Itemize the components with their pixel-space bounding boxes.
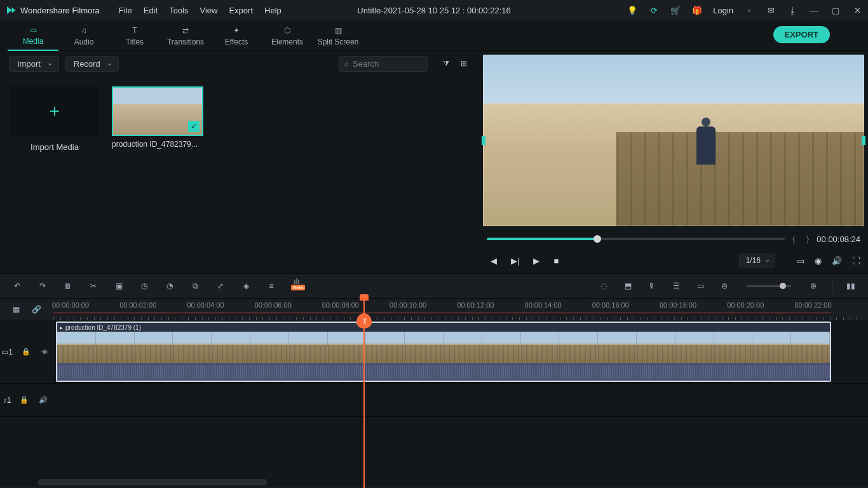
- render-button[interactable]: ◌: [598, 280, 609, 292]
- preview-progress-track[interactable]: [487, 238, 785, 240]
- tab-titles[interactable]: TTitles: [109, 20, 160, 51]
- video-track-row[interactable]: ▭1 🔒 👁 ▸production ID_4782379 (1): [0, 320, 868, 384]
- bracket-right-icon[interactable]: }: [806, 234, 809, 243]
- quality-icon[interactable]: ▭: [797, 256, 804, 266]
- menu-export[interactable]: Export: [229, 6, 253, 15]
- keyframe-button[interactable]: ◈: [240, 280, 252, 292]
- import-media-tile[interactable]: + Import Media: [10, 86, 99, 155]
- close-icon[interactable]: ✕: [851, 4, 863, 16]
- download-icon[interactable]: ⭳: [787, 4, 798, 16]
- ruler-track[interactable]: 00:00:00:0000:00:02:0000:00:04:0000:00:0…: [53, 299, 857, 320]
- speed-button[interactable]: ◷: [139, 280, 150, 292]
- app-name: Wondershare Filmora: [20, 6, 100, 15]
- search-input[interactable]: [353, 59, 410, 69]
- track-manager-icon[interactable]: ▦: [10, 304, 22, 315]
- track-resize-icon[interactable]: ▮▮: [845, 280, 857, 292]
- volume-icon[interactable]: 🔊: [832, 256, 842, 266]
- filter-icon[interactable]: ⧩: [440, 58, 452, 69]
- project-title: Untitle-2021-05-28 10 25 12 : 00:00:22:1…: [357, 6, 510, 15]
- detach-button[interactable]: ▭: [695, 280, 706, 292]
- tool-tabstrip: ▭Media ♫Audio TTitles ⇄Transitions ✦Effe…: [0, 20, 868, 51]
- menu-tools[interactable]: Tools: [169, 6, 188, 15]
- preview-viewport[interactable]: [483, 55, 864, 226]
- menu-bar: File Edit Tools View Export Help: [119, 6, 281, 15]
- timeline-ruler[interactable]: ▦ 🔗 00:00:00:0000:00:02:0000:00:04:0000:…: [0, 299, 868, 320]
- timeline-playhead[interactable]: [363, 294, 365, 488]
- mute-icon[interactable]: 🔊: [37, 395, 49, 406]
- menu-edit[interactable]: Edit: [144, 6, 158, 15]
- bracket-left-icon[interactable]: {: [792, 234, 795, 243]
- export-button[interactable]: EXPORT: [773, 26, 830, 43]
- update-icon[interactable]: ⟳: [648, 4, 660, 16]
- stop-button[interactable]: ■: [553, 256, 559, 266]
- grid-view-icon[interactable]: ⊞: [458, 58, 470, 69]
- maximize-icon[interactable]: ▢: [830, 4, 841, 16]
- prev-frame-button[interactable]: ◀: [491, 256, 497, 266]
- delete-button[interactable]: 🗑: [62, 280, 74, 292]
- voiceover-button[interactable]: 🎙: [646, 280, 658, 292]
- cart-icon[interactable]: 🛒: [670, 4, 681, 16]
- tip-icon[interactable]: 💡: [627, 4, 638, 16]
- timeline-horizontal-scrollbar[interactable]: [38, 479, 267, 485]
- lock-icon[interactable]: 🔒: [20, 346, 32, 358]
- ruler-baseline: [53, 313, 831, 313]
- import-media-label: Import Media: [31, 142, 79, 152]
- import-dropdown[interactable]: Import: [9, 56, 59, 72]
- save-icon[interactable]: ▫: [743, 4, 755, 16]
- undo-button[interactable]: ↶: [11, 280, 23, 292]
- eye-icon[interactable]: 👁: [39, 346, 51, 358]
- freeze-button[interactable]: ⧉: [189, 280, 201, 292]
- snapshot-icon[interactable]: ◉: [815, 256, 822, 266]
- tab-media[interactable]: ▭Media: [8, 20, 58, 51]
- tab-split-screen[interactable]: ▥Split Screen: [313, 20, 363, 51]
- zoom-out-button[interactable]: ⊖: [719, 280, 730, 292]
- split-button[interactable]: ✂: [88, 280, 99, 292]
- menu-help[interactable]: Help: [264, 6, 281, 15]
- link-tracks-icon[interactable]: 🔗: [31, 304, 42, 315]
- media-search[interactable]: ⌕: [339, 56, 428, 72]
- tab-effects[interactable]: ✦Effects: [211, 20, 262, 51]
- fullscreen-icon[interactable]: ⛶: [852, 256, 860, 266]
- redo-button[interactable]: ↷: [37, 280, 48, 292]
- mail-icon[interactable]: ✉: [765, 4, 776, 16]
- tab-transitions[interactable]: ⇄Transitions: [160, 20, 211, 51]
- menu-view[interactable]: View: [200, 6, 217, 15]
- step-button[interactable]: ▶|: [511, 256, 519, 266]
- playback-speed-dropdown[interactable]: 1/16: [739, 254, 775, 268]
- menu-file[interactable]: File: [119, 6, 132, 15]
- ruler-tick-label: 00:00:22:00: [794, 301, 831, 309]
- preview-transform-handles[interactable]: [483, 55, 864, 226]
- tab-elements[interactable]: ⬡Elements: [262, 20, 313, 51]
- gift-icon[interactable]: 🎁: [691, 4, 703, 16]
- ruler-tick-label: 00:00:20:00: [727, 301, 764, 309]
- beta-badge: Beta: [291, 285, 305, 290]
- playhead-scissors-icon[interactable]: [356, 313, 372, 329]
- subtitle-button[interactable]: ☰: [670, 280, 682, 292]
- preview-progress-thumb[interactable]: [593, 235, 601, 243]
- marker-button[interactable]: ⬒: [622, 280, 634, 292]
- color-button[interactable]: ◔: [164, 280, 175, 292]
- record-dropdown[interactable]: Record: [65, 56, 119, 72]
- titlebar-actions: 💡 ⟳ 🛒 🎁 Login ▫ ✉ ⭳ — ▢ ✕: [627, 4, 863, 16]
- timeline-clip-label: production ID_4782379 (1): [65, 324, 141, 331]
- mixer-button[interactable]: ≡: [266, 280, 277, 292]
- minimize-icon[interactable]: —: [808, 4, 820, 16]
- fit-button[interactable]: ⤢: [215, 280, 226, 292]
- zoom-in-button[interactable]: ⊕: [808, 280, 819, 292]
- transition-icon: ⇄: [180, 25, 191, 36]
- upper-workspace: Import Record ⌕ ⧩ ⊞ + Import Media ✓ pro…: [0, 51, 868, 273]
- timeline-clip[interactable]: ▸production ID_4782379 (1): [56, 322, 831, 382]
- ruler-tick-label: 00:00:00:00: [52, 301, 89, 309]
- audio-track-icon: ♪1: [3, 396, 11, 405]
- tab-audio[interactable]: ♫Audio: [58, 20, 109, 51]
- lock-icon[interactable]: 🔒: [18, 395, 30, 406]
- crop-button[interactable]: ▣: [113, 280, 125, 292]
- timeline-zoom-slider[interactable]: [747, 285, 791, 287]
- media-clip-item[interactable]: ✓ production ID_4782379...: [112, 86, 203, 263]
- playhead-cap-icon[interactable]: [360, 294, 369, 301]
- preview-panel: { } 00:00:08:24 ◀ ▶| ▶ ■ 1/16 ▭ ◉ 🔊 ⛶: [479, 51, 868, 273]
- clip-thumbnail: ✓: [112, 86, 203, 136]
- login-button[interactable]: Login: [713, 6, 733, 15]
- play-button[interactable]: ▶: [533, 256, 539, 266]
- audio-track-row[interactable]: ♪1 🔒 🔊: [0, 384, 868, 417]
